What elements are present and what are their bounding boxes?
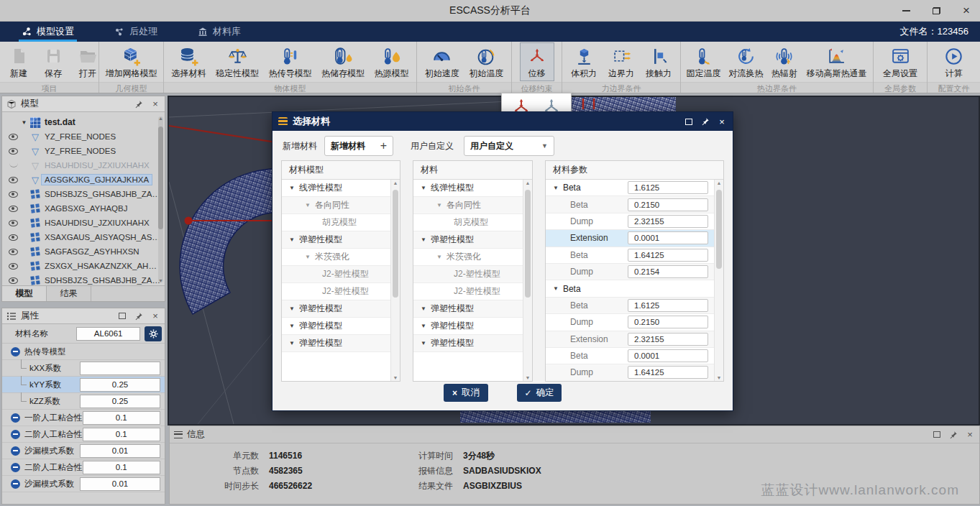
ribbon-button-boundary-force[interactable]: 边界力 (604, 42, 638, 81)
param-row[interactable]: ▼ Beta (546, 280, 714, 297)
param-row[interactable]: Beta 1.64125 (546, 247, 714, 264)
material-model-item[interactable]: ▼ 各向同性 (282, 197, 390, 214)
visibility-eye-icon[interactable] (6, 249, 19, 255)
param-row[interactable]: Beta 0.0001 (546, 348, 714, 364)
property-row[interactable]: 沙漏模式系数 0.01 (2, 476, 165, 492)
tree-item[interactable]: AGSGKJKG_GJHXAJKHXA (2, 172, 165, 187)
param-value-input[interactable]: 1.6125 (628, 181, 708, 194)
property-row[interactable]: 沙漏模式系数 0.01 (2, 443, 165, 459)
ribbon-button-moving-gauss-flux[interactable]: 移动高斯热通量 (802, 42, 871, 81)
param-value-input[interactable]: 2.32155 (628, 333, 708, 346)
material-name-input[interactable]: AL6061 (76, 327, 140, 341)
property-row[interactable]: 二阶人工粘合性 0.1 (2, 426, 165, 443)
material-item[interactable]: ▼ 弹塑性模型 (413, 231, 523, 249)
pin-icon[interactable] (134, 311, 144, 321)
tree-item[interactable]: XAGBSXG_AYHAQBJ (2, 201, 165, 216)
visibility-eye-icon[interactable] (6, 220, 19, 226)
tree-item[interactable]: YZ_FREE_NODES (2, 129, 165, 144)
ribbon-button-stability-model[interactable]: 稳定性模型 (212, 42, 262, 81)
minimize-button[interactable] (899, 4, 912, 17)
tab-model-setup[interactable]: 模型设置 (22, 22, 74, 42)
restore-button[interactable] (930, 4, 943, 17)
scrollbar[interactable]: ▲▼ (390, 180, 400, 381)
param-row[interactable]: Dump 1.64125 (546, 364, 714, 381)
ribbon-button-body-force[interactable]: 体积力 (567, 42, 601, 81)
ribbon-button-select-material[interactable]: 选择材料 (168, 42, 210, 81)
property-value-input[interactable]: 0.01 (80, 477, 160, 491)
param-value-input[interactable]: 2.32155 (628, 215, 708, 228)
param-value-input[interactable]: 0.2150 (628, 316, 708, 328)
ribbon-button-displacement[interactable]: 位移 (520, 42, 554, 81)
cancel-button[interactable]: ×取消 (444, 384, 488, 402)
property-value-input[interactable] (80, 362, 160, 375)
material-model-item[interactable]: J2-塑性模型 (282, 283, 390, 300)
tab-post-processing[interactable]: 后处理 (114, 22, 157, 42)
material-item[interactable]: 胡克模型 (413, 214, 523, 231)
param-value-input[interactable]: 0.0001 (628, 349, 708, 362)
material-item[interactable]: J2-塑性模型 (413, 266, 523, 283)
visibility-eye-icon[interactable] (6, 162, 19, 169)
material-item[interactable]: ▼ 米茨强化 (413, 249, 523, 266)
param-value-input[interactable]: 0.2154 (628, 265, 708, 278)
tree-item-root[interactable]: ▼ test.dat (2, 115, 165, 129)
ribbon-button-thermal-radiation[interactable]: 热辐射 (767, 42, 802, 81)
collapse-minus-icon[interactable] (11, 413, 20, 423)
material-item[interactable]: J2-塑性模型 (413, 283, 523, 300)
scrollbar-thumb[interactable] (393, 190, 398, 298)
param-value-input[interactable]: 1.6125 (628, 299, 708, 312)
pin-icon[interactable] (700, 116, 710, 126)
maximize-icon[interactable] (684, 116, 694, 126)
material-model-item[interactable]: J2-塑性模型 (282, 266, 390, 283)
ribbon-button-heat-storage-model[interactable]: 热储存模型 (318, 42, 368, 81)
visibility-eye-icon[interactable] (6, 277, 19, 284)
ribbon-button-fixed-temperature[interactable]: 固定温度 (683, 42, 725, 81)
material-item[interactable]: ▼ 弹塑性模型 (413, 318, 523, 335)
material-model-item[interactable]: 胡克模型 (282, 214, 390, 231)
param-row[interactable]: Dump 0.2150 (546, 314, 714, 331)
tab-model[interactable]: 模型 (2, 286, 47, 301)
param-value-input[interactable]: 1.64125 (628, 249, 708, 262)
ribbon-button-initial-temperature[interactable]: 初始温度 (465, 42, 507, 81)
collapse-minus-icon[interactable] (11, 430, 20, 439)
param-value-input[interactable]: 1.64125 (628, 366, 708, 379)
param-row[interactable]: Extension 2.32155 (546, 331, 714, 348)
tree-item[interactable]: HSAUHDISU_JZXIUXHAHX (2, 216, 165, 230)
visibility-eye-icon[interactable] (6, 191, 19, 198)
ribbon-button-add-mesh-model[interactable]: 增加网格模型 (102, 42, 161, 81)
property-row[interactable]: 一阶人工粘合性 0.1 (2, 410, 165, 426)
ribbon-button-contact-force[interactable]: 接触力 (641, 42, 676, 81)
tree-scrollbar[interactable]: ▲ ▼ (158, 116, 163, 282)
close-icon[interactable]: × (150, 311, 160, 321)
material-item[interactable]: ▼ 线弹性模型 (413, 180, 523, 197)
property-row[interactable]: 二阶人工粘合性 0.1 (2, 459, 165, 476)
scrollbar-thumb[interactable] (716, 190, 722, 269)
material-model-item[interactable]: ▼ 弹塑性模型 (282, 231, 390, 249)
ribbon-button-new[interactable]: 新建 (1, 42, 36, 81)
ribbon-button-compute[interactable]: 计算 (937, 42, 971, 81)
scrollbar[interactable]: ▲▼ (523, 180, 532, 381)
ribbon-button-initial-velocity[interactable]: 初始速度 (421, 42, 463, 81)
collapse-minus-icon[interactable] (11, 446, 20, 456)
property-value-input[interactable]: 0.1 (83, 428, 161, 441)
param-value-input[interactable]: 0.2150 (628, 198, 708, 211)
material-model-item[interactable]: ▼ 弹塑性模型 (282, 335, 390, 352)
property-row[interactable]: kZZ系数 0.25 (2, 393, 165, 410)
param-row[interactable]: Extension 0.0001 (546, 230, 714, 247)
ribbon-button-global-settings[interactable]: 全局设置 (879, 42, 921, 81)
close-icon[interactable]: × (150, 99, 160, 109)
param-row[interactable]: Dump 2.32155 (546, 213, 714, 230)
ribbon-button-save[interactable]: 保存 (36, 42, 70, 81)
maximize-icon[interactable] (932, 430, 942, 440)
visibility-eye-icon[interactable] (6, 206, 19, 212)
scrollbar-thumb[interactable] (158, 126, 163, 229)
pin-icon[interactable] (134, 99, 144, 109)
visibility-eye-icon[interactable] (6, 263, 19, 270)
ribbon-button-heat-conduction-model[interactable]: 热传导模型 (265, 42, 316, 81)
close-icon[interactable]: × (965, 430, 975, 440)
close-icon[interactable]: × (717, 116, 727, 126)
tree-item[interactable]: XSAXGAUS_AISYAQSH_ASHX (2, 230, 165, 244)
tab-material-library[interactable]: 材料库 (198, 22, 241, 42)
collapse-minus-icon[interactable] (11, 463, 20, 472)
param-value-input[interactable]: 0.0001 (628, 231, 708, 244)
material-model-item[interactable]: ▼ 线弹性模型 (282, 180, 390, 197)
